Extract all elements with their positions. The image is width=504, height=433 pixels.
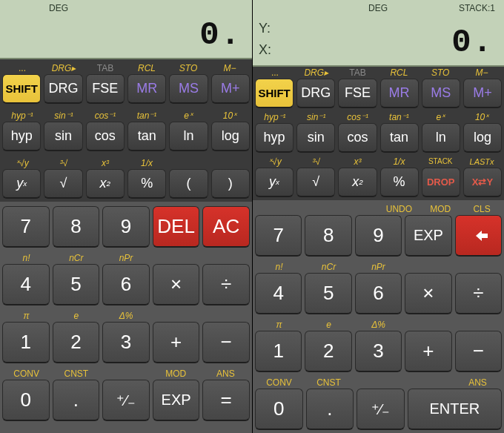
num-9[interactable]: 9 xyxy=(102,206,150,248)
num-1[interactable]: 1 xyxy=(255,331,302,372)
y-label: Y: xyxy=(259,21,271,36)
backspace-button[interactable] xyxy=(455,215,502,257)
display-value: 0. xyxy=(199,16,242,53)
num-2[interactable]: 2 xyxy=(53,322,100,363)
shift-button[interactable]: SHIFT xyxy=(255,79,294,108)
ln-button[interactable]: ln xyxy=(422,123,460,153)
num-8[interactable]: 8 xyxy=(53,206,100,248)
sqrt-button[interactable]: √ xyxy=(44,169,82,199)
div-button[interactable]: ÷ xyxy=(202,264,250,305)
drg-button[interactable]: DRG xyxy=(44,74,82,104)
sqrt-button[interactable]: √ xyxy=(296,168,335,197)
hints-top: ... DRG▸ TAB RCL STO M− xyxy=(0,59,252,74)
num-5[interactable]: 5 xyxy=(53,264,100,305)
swap-button[interactable]: X⇄Y xyxy=(463,168,502,197)
stack-label: STACK:1 xyxy=(459,3,495,13)
mul-button[interactable]: × xyxy=(153,264,200,305)
mode-deg: DEG xyxy=(368,3,388,13)
log-button[interactable]: log xyxy=(463,123,502,153)
mr-button[interactable]: MR xyxy=(380,79,419,108)
xsq-button[interactable]: x2 xyxy=(86,169,125,199)
enter-button[interactable]: ENTER xyxy=(408,389,502,430)
mplus-button[interactable]: M+ xyxy=(211,74,250,104)
fse-button[interactable]: FSE xyxy=(338,79,377,108)
equals-button[interactable]: = xyxy=(202,380,250,421)
exp-button[interactable]: EXP xyxy=(405,215,451,257)
calc-standard: DEG 0. ... DRG▸ TAB RCL STO M− SHIFT DRG… xyxy=(0,0,252,433)
exp-button[interactable]: EXP xyxy=(153,380,200,421)
num-7[interactable]: 7 xyxy=(255,215,302,257)
num-6[interactable]: 6 xyxy=(355,273,402,314)
negate-button[interactable]: ⁺∕₋ xyxy=(357,389,405,430)
x-label: X: xyxy=(259,42,271,58)
del-button[interactable]: DEL xyxy=(153,206,200,248)
drop-button[interactable]: DROP xyxy=(422,168,460,197)
div-button[interactable]: ÷ xyxy=(455,273,502,314)
xsq-button[interactable]: x2 xyxy=(338,168,377,197)
dot-button[interactable]: . xyxy=(306,389,354,430)
num-0[interactable]: 0 xyxy=(2,380,50,421)
ln-button[interactable]: ln xyxy=(169,122,208,151)
display-value: 0. xyxy=(451,24,494,61)
fse-button[interactable]: FSE xyxy=(86,74,125,104)
ms-button[interactable]: MS xyxy=(422,79,460,108)
num-3[interactable]: 3 xyxy=(102,322,150,363)
num-6[interactable]: 6 xyxy=(102,264,150,305)
sub-button[interactable]: − xyxy=(202,322,250,363)
percent-button[interactable]: % xyxy=(380,168,419,197)
ypowx-button[interactable]: yx xyxy=(255,168,294,197)
hyp-button[interactable]: hyp xyxy=(2,122,41,151)
num-9[interactable]: 9 xyxy=(355,215,402,257)
sin-button[interactable]: sin xyxy=(44,122,82,151)
num-3[interactable]: 3 xyxy=(355,331,402,372)
tan-button[interactable]: tan xyxy=(380,123,419,153)
back-arrow-icon xyxy=(467,228,489,243)
num-4[interactable]: 4 xyxy=(2,264,50,305)
num-8[interactable]: 8 xyxy=(305,215,351,257)
ypowx-button[interactable]: yx xyxy=(2,169,41,199)
sub-button[interactable]: − xyxy=(455,331,502,372)
cos-button[interactable]: cos xyxy=(338,123,377,153)
mr-button[interactable]: MR xyxy=(127,74,166,104)
negate-button[interactable]: ⁺∕₋ xyxy=(102,380,150,421)
add-button[interactable]: + xyxy=(153,322,200,363)
lcd-display: DEG 0. xyxy=(0,0,252,59)
lparen-button[interactable]: ( xyxy=(169,169,208,199)
num-2[interactable]: 2 xyxy=(305,331,351,372)
cos-button[interactable]: cos xyxy=(86,122,125,151)
num-4[interactable]: 4 xyxy=(255,273,302,314)
tan-button[interactable]: tan xyxy=(127,122,166,151)
num-0[interactable]: 0 xyxy=(255,389,303,430)
add-button[interactable]: + xyxy=(405,331,451,372)
hints-top: ... DRG▸ TAB RCL STO M− xyxy=(253,67,504,79)
sin-button[interactable]: sin xyxy=(296,123,335,153)
ms-button[interactable]: MS xyxy=(169,74,208,104)
drg-button[interactable]: DRG xyxy=(296,79,335,108)
percent-button[interactable]: % xyxy=(127,169,166,199)
shift-button[interactable]: SHIFT xyxy=(2,74,41,104)
hyp-button[interactable]: hyp xyxy=(255,123,294,153)
num-1[interactable]: 1 xyxy=(2,322,50,363)
mul-button[interactable]: × xyxy=(405,273,451,314)
mode-deg: DEG xyxy=(49,3,68,13)
rparen-button[interactable]: ) xyxy=(211,169,250,199)
dot-button[interactable]: . xyxy=(53,380,100,421)
log-button[interactable]: log xyxy=(211,122,250,151)
num-5[interactable]: 5 xyxy=(305,273,351,314)
mplus-button[interactable]: M+ xyxy=(463,79,502,108)
ac-button[interactable]: AC xyxy=(202,206,250,248)
num-7[interactable]: 7 xyxy=(2,206,50,248)
calc-rpn: DEG STACK:1 Y: X: 0. ... DRG▸ TAB RCL ST… xyxy=(252,0,504,433)
lcd-display-rpn: DEG STACK:1 Y: X: 0. xyxy=(253,0,504,67)
